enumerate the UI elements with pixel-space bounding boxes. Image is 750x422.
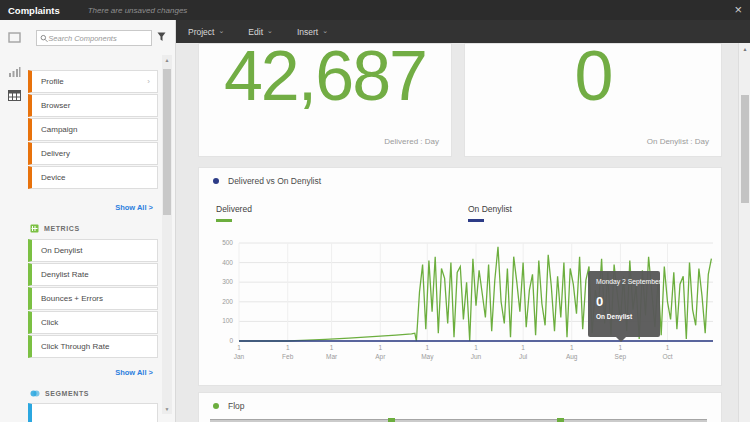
chevron-down-icon: ⌄ <box>267 27 273 35</box>
project-title: Complaints <box>8 5 60 16</box>
svg-text:1: 1 <box>425 344 429 351</box>
tooltip-value: 0 <box>596 294 652 309</box>
legend-swatch-delivered <box>216 219 232 222</box>
svg-text:Apr: Apr <box>375 353 386 361</box>
menu-insert[interactable]: Insert ⌄ <box>297 27 328 37</box>
scroll-up-icon[interactable]: ▲ <box>162 57 172 63</box>
svg-text:Aug: Aug <box>566 353 578 361</box>
flop-green-marker <box>388 418 395 422</box>
svg-text:500: 500 <box>222 239 233 246</box>
scroll-down-icon[interactable]: ▼ <box>162 406 172 412</box>
dimension-label: Campaign <box>41 125 77 134</box>
dimension-item-device[interactable]: Device <box>28 166 158 189</box>
segment-item[interactable] <box>28 403 158 422</box>
menu-insert-label: Insert <box>297 27 318 37</box>
visualizations-icon[interactable] <box>8 66 21 77</box>
svg-text:1: 1 <box>570 344 574 351</box>
chevron-right-icon: › <box>147 77 150 86</box>
chevron-down-icon: ⌄ <box>322 27 328 35</box>
search-icon <box>40 34 48 43</box>
summary-card-delivered[interactable]: 42,687 Delivered : Day <box>198 43 452 157</box>
svg-text:400: 400 <box>222 259 233 266</box>
panels-icon[interactable] <box>8 32 21 43</box>
dimension-item-browser[interactable]: Browser <box>28 94 158 117</box>
metric-item-on-denylist[interactable]: On Denylist <box>28 239 158 262</box>
delivered-card-caption: Delivered : Day <box>384 137 439 146</box>
legend-swatch-on-denylist <box>468 219 484 222</box>
svg-text:1: 1 <box>521 344 525 351</box>
flop-green-marker <box>557 418 564 422</box>
legend-item-on-denylist[interactable]: On Denylist <box>468 204 512 222</box>
search-components-input[interactable] <box>48 34 148 43</box>
metrics-label: METRICS <box>44 225 80 232</box>
panel-bullet-icon <box>213 178 219 184</box>
metrics-show-all-link[interactable]: Show All > <box>115 368 153 377</box>
summary-card-on-denylist[interactable]: 0 On Denylist : Day <box>464 43 722 157</box>
svg-text:Jul: Jul <box>519 353 528 360</box>
tooltip-series: On Denylist <box>596 313 652 320</box>
svg-text:1: 1 <box>666 344 670 351</box>
workspace-screen: Complaints There are unsaved changes × P… <box>0 0 750 422</box>
segments-label: SEGMENTS <box>45 390 89 397</box>
dimension-item-delivery[interactable]: Delivery <box>28 142 158 165</box>
scroll-up-icon[interactable]: ▲ <box>739 46 750 52</box>
svg-text:Sep: Sep <box>615 353 627 361</box>
svg-text:1: 1 <box>237 344 241 351</box>
sidebar-scrollbar[interactable]: ▲ ▼ <box>162 55 172 414</box>
menu-project[interactable]: Project ⌄ <box>188 27 224 37</box>
legend-label: On Denylist <box>468 204 512 214</box>
panel-title: Flop <box>228 401 245 411</box>
svg-text:Jun: Jun <box>471 353 482 360</box>
chart-tooltip: Monday 2 September 0 On Denylist <box>588 271 660 337</box>
dimension-item-campaign[interactable]: Campaign <box>28 118 158 141</box>
svg-text:0: 0 <box>229 337 233 344</box>
dimensions-list: Profile › Browser Campaign Delivery Devi… <box>28 70 158 190</box>
flop-panel: Flop <box>198 392 722 422</box>
panel-bullet-icon <box>213 403 219 409</box>
top-bar: Complaints There are unsaved changes × <box>0 0 750 20</box>
svg-text:Feb: Feb <box>282 353 294 360</box>
menu-edit-label: Edit <box>248 27 263 37</box>
legend-item-delivered[interactable]: Delivered <box>216 204 252 222</box>
dimension-item-profile[interactable]: Profile › <box>28 70 158 93</box>
svg-text:Oct: Oct <box>662 353 672 360</box>
svg-text:May: May <box>421 353 434 361</box>
metrics-icon <box>30 224 39 233</box>
metric-item-click-through-rate[interactable]: Click Through Rate <box>28 335 158 358</box>
main-scrollbar[interactable]: ▲ <box>738 43 750 422</box>
delivered-vs-denylist-panel: Delivered vs On Denylist Delivered On De… <box>198 167 722 386</box>
chevron-down-icon: ⌄ <box>218 27 224 35</box>
metric-label: On Denylist <box>41 246 82 255</box>
components-icon[interactable] <box>8 90 21 101</box>
dimension-label: Device <box>41 173 65 182</box>
svg-text:1: 1 <box>474 344 478 351</box>
panel-title: Delivered vs On Denylist <box>228 176 321 186</box>
metric-item-denylist-rate[interactable]: Denylist Rate <box>28 263 158 286</box>
on-denylist-card-caption: On Denylist : Day <box>647 137 709 146</box>
segments-section-header: SEGMENTS <box>30 389 89 398</box>
metric-label: Denylist Rate <box>41 270 89 279</box>
metric-label: Bounces + Errors <box>41 294 103 303</box>
dimension-label: Delivery <box>41 149 70 158</box>
main-scrollbar-thumb[interactable] <box>741 95 749 203</box>
filter-funnel-icon[interactable] <box>157 32 166 42</box>
search-components-box <box>36 30 152 46</box>
segments-icon <box>30 389 40 398</box>
metric-item-click[interactable]: Click <box>28 311 158 334</box>
menu-project-label: Project <box>188 27 214 37</box>
delivered-total-value: 42,687 <box>199 36 451 116</box>
svg-text:200: 200 <box>222 298 233 305</box>
sidebar-scrollbar-thumb[interactable] <box>163 69 171 215</box>
metrics-list: On Denylist Denylist Rate Bounces + Erro… <box>28 239 158 359</box>
tooltip-date: Monday 2 September <box>596 278 652 285</box>
svg-text:Mar: Mar <box>326 353 338 360</box>
svg-text:Jan: Jan <box>234 353 245 360</box>
svg-text:1: 1 <box>286 344 290 351</box>
dimensions-show-all-link[interactable]: Show All > <box>115 203 153 212</box>
metric-item-bounces-errors[interactable]: Bounces + Errors <box>28 287 158 310</box>
close-icon[interactable]: × <box>734 2 742 18</box>
panel-header: Delivered vs On Denylist <box>213 176 321 186</box>
metric-label: Click <box>41 318 58 327</box>
menu-edit[interactable]: Edit ⌄ <box>248 27 273 37</box>
legend-label: Delivered <box>216 204 252 214</box>
